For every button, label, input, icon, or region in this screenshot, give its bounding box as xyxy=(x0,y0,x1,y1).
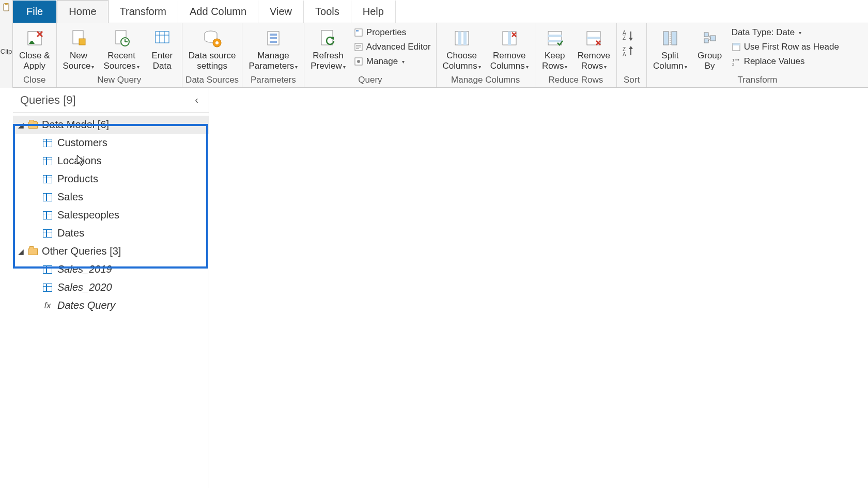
manage-parameters-icon xyxy=(264,27,283,50)
query-locations[interactable]: Locations xyxy=(13,152,209,170)
query-salespeoples[interactable]: Salespeoples xyxy=(13,206,209,224)
svg-rect-57 xyxy=(704,33,708,37)
recent-sources-button[interactable]: RecentSources▾ xyxy=(100,25,142,72)
svg-marker-53 xyxy=(629,46,633,49)
data-type-label: Data Type: Date xyxy=(732,27,795,38)
svg-text:A: A xyxy=(623,52,626,57)
ribbon: Close &Apply Close NewSource▾ RecentSour… xyxy=(13,23,868,88)
group-reduce-rows: KeepRows▾ RemoveRows▾ Reduce Rows xyxy=(535,23,617,87)
table-icon xyxy=(43,193,52,201)
folder-data-model[interactable]: ◢ Data Model [6] xyxy=(13,116,209,134)
tab-home[interactable]: Home xyxy=(57,0,108,23)
svg-line-60 xyxy=(708,35,710,38)
query-customers[interactable]: Customers xyxy=(13,134,209,152)
query-sales-2019[interactable]: Sales_2019 xyxy=(13,260,209,278)
folder-icon xyxy=(28,248,38,255)
query-label: Salespeoples xyxy=(57,209,119,221)
group-manage-columns: ChooseColumns▾ RemoveColumns▾ Manage Col… xyxy=(437,23,535,87)
properties-button[interactable]: Properties xyxy=(352,26,433,39)
collapse-queries-button[interactable]: ‹ xyxy=(192,92,202,108)
replace-values-button[interactable]: 12 Replace Values xyxy=(730,55,841,68)
group-sort: AZ ZA Sort xyxy=(617,23,647,87)
group-reduce-rows-label: Reduce Rows xyxy=(538,75,613,86)
group-transform-label: Transform xyxy=(650,75,865,86)
keep-rows-icon xyxy=(546,27,564,50)
remove-rows-button[interactable]: RemoveRows▾ xyxy=(575,25,613,72)
remove-columns-label: RemoveColumns▾ xyxy=(490,51,529,72)
new-source-button[interactable]: NewSource▾ xyxy=(60,25,98,72)
first-row-headers-icon xyxy=(732,42,741,52)
replace-values-label: Replace Values xyxy=(744,56,805,67)
query-sales-2020[interactable]: Sales_2020 xyxy=(13,278,209,296)
remove-columns-button[interactable]: RemoveColumns▾ xyxy=(487,25,532,72)
sort-asc-icon: AZ xyxy=(623,29,636,41)
group-manage-columns-label: Manage Columns xyxy=(440,75,532,86)
svg-rect-63 xyxy=(733,43,740,45)
use-first-row-button[interactable]: Use First Row as Heade xyxy=(730,41,841,53)
advanced-editor-button[interactable]: Advanced Editor xyxy=(352,41,433,53)
svg-rect-21 xyxy=(270,41,277,43)
query-dates-query[interactable]: fxDates Query xyxy=(13,296,209,314)
svg-rect-36 xyxy=(508,32,511,45)
group-by-label: GroupBy xyxy=(698,51,722,71)
tab-transform[interactable]: Transform xyxy=(109,1,178,23)
split-column-button[interactable]: SplitColumn▾ xyxy=(650,25,690,72)
group-data-sources-label: Data Sources xyxy=(185,75,239,86)
query-sales[interactable]: Sales xyxy=(13,188,209,206)
recent-sources-label: RecentSources▾ xyxy=(103,51,139,72)
svg-rect-39 xyxy=(548,32,562,45)
tab-add-column[interactable]: Add Column xyxy=(178,1,258,23)
svg-marker-65 xyxy=(738,59,739,61)
svg-rect-58 xyxy=(704,39,708,43)
sort-desc-button[interactable]: ZA xyxy=(622,45,637,58)
group-transform: SplitColumn▾ GroupBy Data Type: Date▾ Us… xyxy=(647,23,868,87)
group-parameters-label: Parameters xyxy=(245,75,301,86)
query-label: Customers xyxy=(57,137,107,149)
new-source-label: NewSource▾ xyxy=(63,51,95,72)
table-icon xyxy=(43,211,52,219)
svg-rect-41 xyxy=(548,40,562,42)
enter-data-button[interactable]: EnterData xyxy=(146,25,179,71)
keep-rows-label: KeepRows▾ xyxy=(542,51,568,72)
svg-rect-43 xyxy=(587,37,600,39)
close-apply-label: Close &Apply xyxy=(19,51,50,71)
queries-tree: ◢ Data Model [6] Customers Locations Pro… xyxy=(13,113,209,314)
query-products[interactable]: Products xyxy=(13,170,209,188)
svg-rect-55 xyxy=(672,32,677,45)
new-source-icon xyxy=(70,27,87,50)
folder-label: Data Model [6] xyxy=(42,119,109,131)
data-type-button[interactable]: Data Type: Date▾ xyxy=(730,26,841,39)
properties-icon xyxy=(354,28,363,37)
svg-rect-32 xyxy=(455,32,469,45)
folder-label: Other Queries [3] xyxy=(42,245,121,257)
keep-rows-button[interactable]: KeepRows▾ xyxy=(538,25,571,72)
queries-pane: Queries [9] ‹ ◢ Data Model [6] Customers… xyxy=(13,88,209,488)
refresh-preview-button[interactable]: RefreshPreview▾ xyxy=(307,25,348,72)
tab-help[interactable]: Help xyxy=(351,1,396,23)
group-by-button[interactable]: GroupBy xyxy=(693,25,726,71)
manage-query-button[interactable]: Manage▾ xyxy=(352,55,433,68)
choose-columns-button[interactable]: ChooseColumns▾ xyxy=(440,25,484,72)
tab-file[interactable]: File xyxy=(13,1,57,23)
svg-rect-6 xyxy=(79,39,85,45)
data-source-settings-button[interactable]: Data sourcesettings xyxy=(185,25,239,71)
close-apply-icon xyxy=(25,27,44,50)
sort-asc-button[interactable]: AZ xyxy=(622,28,637,42)
svg-rect-19 xyxy=(270,34,277,36)
svg-rect-0 xyxy=(4,4,9,11)
tab-view[interactable]: View xyxy=(258,1,304,23)
folder-other-queries[interactable]: ◢ Other Queries [3] xyxy=(13,242,209,260)
tab-tools[interactable]: Tools xyxy=(304,1,351,23)
svg-rect-34 xyxy=(463,32,467,45)
query-label: Sales_2020 xyxy=(57,281,112,293)
svg-rect-33 xyxy=(458,32,461,45)
svg-rect-59 xyxy=(710,36,716,41)
query-dates[interactable]: Dates xyxy=(13,224,209,242)
manage-parameters-button[interactable]: ManageParameters▾ xyxy=(245,25,301,72)
use-first-row-label: Use First Row as Heade xyxy=(744,42,839,52)
group-by-icon xyxy=(701,27,719,50)
folder-icon xyxy=(28,121,38,129)
close-apply-button[interactable]: Close &Apply xyxy=(16,25,53,71)
left-clip-pane: Clip xyxy=(0,0,13,88)
group-query: RefreshPreview▾ Properties Advanced Edit… xyxy=(304,23,436,87)
